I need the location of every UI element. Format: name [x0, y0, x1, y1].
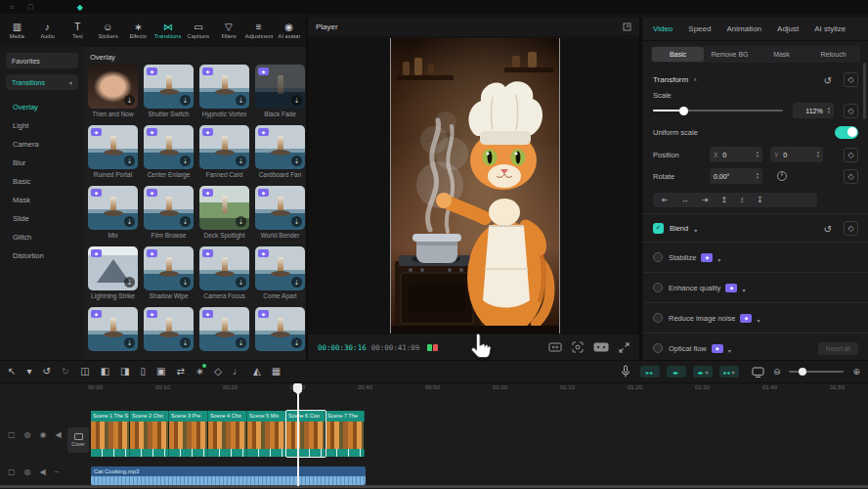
download-icon[interactable] [236, 216, 246, 227]
sidebar-category-item[interactable]: Distortion [0, 246, 84, 265]
keyframe-scale-icon[interactable] [844, 104, 858, 118]
keyframe-transform-icon[interactable] [844, 72, 858, 87]
sidebar-category-item[interactable]: Glitch [0, 228, 84, 246]
horizontal-scrollbar[interactable] [0, 485, 868, 488]
inspector-tab[interactable]: Speed [688, 24, 711, 33]
expand-panel-icon[interactable] [623, 22, 631, 31]
playhead[interactable] [297, 383, 299, 486]
transition-item[interactable]: Camera Focus [199, 246, 249, 301]
stepper-icon[interactable] [757, 172, 759, 180]
keyframe-blend-icon[interactable] [844, 221, 858, 236]
preview-axis-icon[interactable] [752, 367, 764, 378]
transition-thumbnail[interactable] [88, 65, 138, 109]
transition-item[interactable]: Film Browse [144, 186, 194, 241]
link-toggle[interactable]: ▸◂ ▾ [719, 366, 739, 378]
transition-thumbnail[interactable] [144, 246, 194, 290]
transition-thumbnail[interactable] [199, 65, 249, 109]
chevron-down-icon[interactable] [757, 309, 760, 327]
transition-thumbnail[interactable] [88, 307, 138, 351]
download-icon[interactable] [291, 337, 302, 348]
inspector-tab[interactable]: Adjust [777, 24, 799, 33]
optical-flow-checkbox[interactable] [653, 343, 663, 353]
sidebar-category-item[interactable]: Mask [0, 191, 84, 209]
sidebar-category-item[interactable]: Slide [0, 209, 84, 228]
transition-item[interactable]: Mix [88, 186, 138, 241]
track-lock-icon[interactable]: ▢ [8, 430, 16, 439]
download-icon[interactable] [236, 337, 246, 348]
position-x-box[interactable]: X 0 [710, 147, 762, 162]
transition-thumbnail[interactable] [144, 125, 194, 169]
sidebar-category-item[interactable]: Light [0, 116, 84, 135]
transition-thumbnail[interactable] [88, 125, 138, 169]
mute-track-icon[interactable]: ♩ [233, 366, 242, 378]
track-mute-icon[interactable]: ◀ [56, 430, 62, 439]
stepper-icon[interactable] [828, 107, 830, 114]
timeline-clip[interactable]: Scene 5 Mix [247, 411, 286, 457]
select-tool-icon[interactable]: ↖ [8, 366, 16, 378]
collapse-icon[interactable]: ∧ [693, 76, 697, 82]
trim-right-icon[interactable]: ◨ [120, 366, 129, 378]
smart-tool-icon[interactable]: ∗ [195, 366, 203, 378]
chevron-down-icon[interactable] [717, 248, 720, 266]
transition-item[interactable]: World Bender [255, 186, 305, 241]
redo-icon[interactable]: ↻ [62, 366, 69, 378]
transition-item[interactable] [88, 307, 138, 360]
download-icon[interactable] [236, 156, 246, 166]
stabilize-checkbox[interactable] [653, 252, 663, 262]
download-icon[interactable] [291, 216, 302, 227]
transition-item[interactable]: Come Apart [255, 246, 305, 301]
toolbar-tab[interactable]: T Text [63, 22, 93, 39]
transition-item[interactable]: Ruined Portal [88, 125, 138, 180]
split-icon[interactable]: ◫ [80, 366, 89, 378]
chevron-down-icon[interactable] [694, 219, 697, 237]
inspector-subtab[interactable]: Mask [756, 47, 807, 62]
extract-audio-icon[interactable]: ◭ [253, 366, 261, 378]
sidebar-category-item[interactable]: Basic [0, 172, 84, 191]
transition-thumbnail[interactable] [144, 186, 194, 230]
trim-left-icon[interactable]: ◧ [101, 366, 109, 378]
inspector-tab[interactable]: AI stylize [814, 24, 846, 33]
toolbar-tab[interactable]: ♪ Audio [32, 22, 63, 39]
transition-thumbnail[interactable] [199, 307, 249, 351]
download-icon[interactable] [124, 95, 135, 106]
timeline-clip[interactable]: Scene 4 Cho [208, 411, 247, 457]
timeline-clip[interactable]: Scene 2 Cho [130, 411, 169, 457]
track-opacity-icon[interactable]: ◍ [24, 430, 31, 439]
download-icon[interactable] [124, 216, 135, 227]
time-ruler[interactable]: 00:0000:1000:2000:3000:4000:5001:0001:10… [88, 384, 868, 390]
toolbar-tab[interactable]: ◉ AI avatar [274, 22, 304, 39]
blend-checkbox[interactable] [653, 223, 664, 234]
transition-thumbnail[interactable] [255, 65, 305, 109]
fullscreen-icon[interactable] [619, 342, 629, 353]
inspector-subtab[interactable]: Basic [652, 47, 704, 62]
toolbar-tab[interactable]: ☺ Stickers [93, 22, 123, 39]
download-icon[interactable] [180, 337, 191, 348]
transition-thumbnail[interactable] [255, 246, 305, 290]
timeline-clip[interactable]: Scene 6 Coo [286, 411, 326, 457]
mirror-icon[interactable]: ⇄ [177, 366, 185, 378]
reduce-noise-checkbox[interactable] [653, 313, 663, 323]
audio-clip[interactable]: Cat Cooking.mp3 [91, 467, 366, 485]
delete-icon[interactable]: ▯ [141, 366, 147, 378]
transition-thumbnail[interactable] [88, 246, 138, 290]
logo-mark-icon[interactable]: ◆ [77, 3, 83, 12]
cover-button[interactable]: Cover [67, 427, 89, 453]
toolbar-tab[interactable]: ≡ Adjustment [243, 22, 274, 39]
transition-out-toggle[interactable]: ◂▸ [667, 366, 686, 378]
track-lock-icon[interactable]: ▢ [8, 467, 16, 476]
align-center-v-icon[interactable]: ↕ [740, 193, 744, 207]
download-icon[interactable] [180, 277, 191, 288]
transition-item[interactable] [199, 307, 249, 360]
transition-thumbnail[interactable] [199, 186, 249, 230]
align-top-icon[interactable]: ↥ [720, 193, 727, 207]
toolbar-tab[interactable]: ∗ Effects [123, 22, 153, 39]
keyframe-rotate-icon[interactable] [844, 169, 858, 184]
focus-tracking-icon[interactable] [572, 341, 584, 353]
transition-thumbnail[interactable] [88, 186, 138, 230]
sidebar-category-item[interactable]: Blur [0, 154, 84, 172]
download-icon[interactable] [291, 95, 302, 106]
download-icon[interactable] [291, 277, 302, 288]
zoom-in-icon[interactable]: ⊕ [852, 367, 860, 377]
align-center-h-icon[interactable]: ↔ [681, 193, 689, 207]
timeline[interactable]: 00:0000:1000:2000:3000:4000:5001:0001:10… [0, 383, 868, 489]
